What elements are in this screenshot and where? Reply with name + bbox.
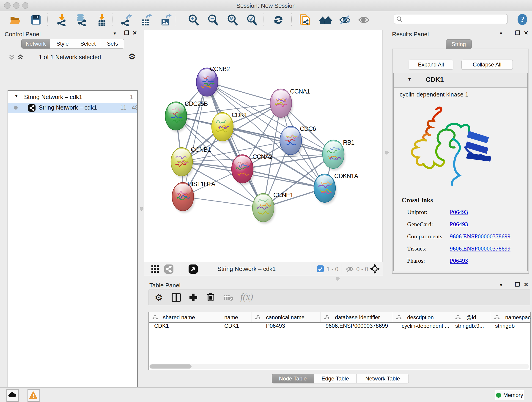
cell-description[interactable]: cyclin-dependent ... (402, 323, 454, 332)
crosslink-link[interactable]: P06493 (450, 209, 468, 216)
add-column-icon[interactable] (189, 293, 198, 302)
table-gear-icon[interactable]: ⚙ (155, 292, 163, 303)
birds-eye-view-icon[interactable] (189, 264, 198, 274)
collection-expander-icon[interactable]: ▼ (14, 94, 18, 99)
network-share-icon[interactable] (164, 264, 173, 274)
column-header-namespace[interactable]: namespac (491, 313, 530, 322)
search-input[interactable] (404, 15, 506, 23)
open-session-icon[interactable] (9, 13, 22, 26)
node-label-CDC6: CDC6 (300, 125, 316, 132)
network-node-RB1[interactable]: RB1 (323, 139, 355, 170)
network-row-selected[interactable]: String Network – cdk1 11 48 (8, 103, 137, 113)
crosslink-link[interactable]: 9606.ENSP00000378699 (450, 245, 510, 252)
tab-style[interactable]: Style (50, 39, 75, 49)
help-icon[interactable]: ? (516, 13, 529, 26)
control-panel-close-icon[interactable]: ✕ (133, 30, 137, 36)
export-image-icon[interactable] (159, 13, 172, 26)
control-panel-float-icon[interactable]: ❐ (124, 30, 129, 36)
network-tree: ▼ String Network – cdk1 1 String Network… (7, 90, 138, 402)
zoom-out-icon[interactable] (207, 13, 220, 26)
selected-node-edge-counts: 1 - 0 (326, 266, 338, 273)
delete-column-icon[interactable] (206, 293, 215, 302)
selected-checkbox-icon[interactable] (317, 265, 324, 272)
tab-network-table[interactable]: Network Table (357, 374, 409, 383)
hide-selected-icon[interactable] (338, 13, 351, 26)
results-panel-close-icon[interactable]: ✕ (524, 30, 528, 36)
network-edge-CCNE1-HIST1H1A[interactable] (183, 197, 263, 208)
crosslink-link[interactable]: P06493 (450, 221, 468, 228)
import-network-database-icon[interactable] (75, 13, 88, 26)
column-header-id[interactable]: @id (452, 313, 491, 322)
tab-node-table[interactable]: Node Table (272, 374, 314, 383)
results-panel-title: Results Panel (392, 31, 429, 38)
network-options-gear-icon[interactable]: ⚙ (128, 52, 136, 61)
column-header-shared-name[interactable]: shared name (149, 313, 213, 322)
split-columns-icon[interactable] (172, 293, 181, 302)
network-node-CCNA1[interactable]: CCNA1 (270, 88, 310, 119)
export-network-icon[interactable] (120, 13, 133, 26)
table-panel-close-icon[interactable]: ✕ (524, 281, 528, 288)
grid-view-icon[interactable] (151, 265, 159, 273)
network-node-CCNE1[interactable]: CCNE1 (253, 191, 293, 224)
column-header-name[interactable]: name (213, 313, 252, 322)
duplicate-network-icon[interactable] (298, 13, 311, 26)
tab-sets[interactable]: Sets (101, 39, 124, 49)
toolbar-separator (342, 264, 342, 274)
first-neighbors-icon[interactable] (319, 13, 332, 26)
network-edge-CCNB2-CCNE1[interactable] (207, 82, 263, 208)
cell-namespace[interactable]: stringdb (495, 323, 530, 332)
results-panel-menu-icon[interactable]: ▼ (499, 31, 503, 36)
network-edge-CCNB2-HIST1H1A[interactable] (183, 82, 207, 197)
crosslink-link[interactable]: P06493 (450, 257, 468, 264)
tab-string[interactable]: String (446, 39, 472, 49)
crosslink-link[interactable]: 9606.ENSP00000378699 (450, 233, 510, 240)
network-node-CCNB2[interactable]: CCNB2 (196, 65, 230, 98)
cell-name[interactable]: CDK1 (224, 323, 256, 332)
application-window: Session: New Session (0, 0, 532, 402)
expand-all-button[interactable]: Expand All (409, 60, 453, 70)
tab-network[interactable]: Network (21, 39, 50, 49)
network-node-HIST1H1A[interactable]: HIST1H1A (172, 181, 215, 213)
import-network-file-icon[interactable] (56, 13, 68, 26)
network-canvas[interactable]: CCNB2CCNA1CDC25BCDK1CDC6RB1CCNB1CCNA2CDK… (144, 30, 383, 262)
zoom-fit-icon[interactable] (226, 13, 239, 26)
show-all-icon[interactable] (357, 13, 370, 26)
network-edge-CDK1-RB1[interactable] (222, 127, 333, 154)
vertical-splitter-handle[interactable] (385, 151, 389, 154)
warnings-button[interactable] (27, 389, 40, 402)
column-header-canonical-name[interactable]: canonical name (252, 313, 321, 322)
refresh-icon[interactable] (272, 13, 285, 26)
table-panel-menu-icon[interactable]: ▼ (499, 283, 503, 288)
table-horizontal-scrollbar[interactable] (149, 364, 529, 369)
network-node-CDKN1A[interactable]: CDKN1A (314, 172, 358, 204)
collapse-all-button[interactable]: Collapse All (462, 60, 513, 70)
export-table-icon[interactable] (139, 13, 152, 26)
cloud-status-button[interactable] (6, 389, 19, 402)
main-toolbar: ? (0, 11, 532, 28)
cell-canonical-name[interactable]: P06493 (266, 323, 319, 332)
column-header-database-identifier[interactable]: database identifier (321, 313, 393, 322)
zoom-selected-icon[interactable] (246, 13, 259, 26)
crosslink-label: Pharos: (407, 257, 425, 264)
tab-select[interactable]: Select (75, 39, 101, 49)
table-panel-float-icon[interactable]: ❐ (515, 281, 520, 288)
zoom-in-icon[interactable] (187, 13, 200, 26)
crosshair-pan-icon[interactable] (370, 264, 380, 274)
tab-edge-table[interactable]: Edge Table (314, 374, 357, 383)
scrollbar-thumb[interactable] (150, 364, 191, 369)
results-panel-float-icon[interactable]: ❐ (515, 30, 520, 36)
column-header-description[interactable]: description (393, 313, 452, 322)
cell-database-identifier[interactable]: 9606.ENSP00000378699 (326, 323, 394, 332)
protein-card-header[interactable]: ▼ CDK1 (394, 73, 527, 88)
cell-shared-name[interactable]: CDK1 (154, 323, 211, 332)
collapse-section-icon[interactable]: ▼ (407, 77, 412, 82)
memory-button[interactable]: Memory (495, 390, 524, 400)
save-session-icon[interactable] (30, 13, 42, 26)
import-table-file-icon[interactable] (95, 13, 108, 26)
network-edge-CCNA2-CDKN1A[interactable] (242, 169, 325, 188)
vertical-splitter-handle[interactable] (140, 207, 143, 211)
network-collection-row[interactable]: ▼ String Network – cdk1 1 (8, 92, 137, 103)
control-panel-menu-icon[interactable]: ▼ (113, 31, 117, 36)
cell-id[interactable]: stringdb:9... (455, 323, 490, 332)
network-node-CCNB1[interactable]: CCNB1 (171, 146, 211, 178)
